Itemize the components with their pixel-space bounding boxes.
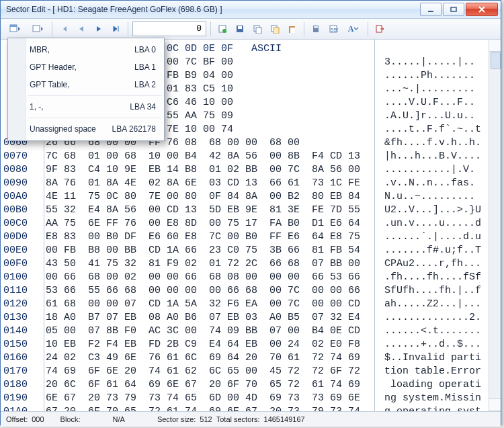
interpret-button[interactable]: 555 <box>326 22 341 36</box>
scroll-up-button[interactable] <box>489 40 501 52</box>
nav-forward-button[interactable] <box>91 22 106 36</box>
status-block-value: N/A <box>113 412 125 427</box>
svg-rect-12 <box>274 28 279 34</box>
menu-item-label: Unassigned space <box>30 120 96 138</box>
menu-item-lba: LBA 2 <box>134 76 156 93</box>
svg-rect-14 <box>290 28 295 33</box>
svg-rect-16 <box>314 26 318 28</box>
menu-item-gpt-table[interactable]: GPT Table, LBA 2 <box>8 76 164 93</box>
status-sector-size-value: 512 <box>200 412 212 427</box>
menu-item-unassigned[interactable]: Unassigned space LBA 262178 <box>8 120 164 138</box>
nav-first-button[interactable] <box>56 22 71 36</box>
calc-button[interactable] <box>308 22 323 36</box>
nav-back-button[interactable] <box>74 22 89 36</box>
copy-hex-button[interactable] <box>250 22 265 36</box>
menu-item-partition-1[interactable]: 1, -, LBA 34 <box>8 98 164 116</box>
menu-item-lba: LBA 34 <box>130 98 156 116</box>
menu-item-label: GPT Table, <box>30 76 70 93</box>
svg-rect-3 <box>10 25 17 27</box>
app-window: Sector Edit - [ HD1: Seagate FreeAgent G… <box>0 0 501 425</box>
svg-text:555: 555 <box>331 27 338 33</box>
offset-input[interactable]: 0 <box>132 22 206 36</box>
svg-rect-1 <box>451 7 456 11</box>
menu-item-lba: LBA 262178 <box>112 120 156 138</box>
svg-rect-4 <box>33 26 40 32</box>
close-button[interactable] <box>466 3 498 16</box>
svg-rect-8 <box>238 26 242 29</box>
svg-rect-0 <box>428 11 433 12</box>
status-block-label: Block: <box>60 412 81 427</box>
menu-item-lba: LBA 1 <box>134 58 156 76</box>
svg-point-6 <box>222 29 226 33</box>
svg-rect-10 <box>256 28 261 34</box>
menu-item-lba: LBA 0 <box>134 41 156 58</box>
save-button[interactable] <box>233 22 247 36</box>
copy-text-button[interactable] <box>267 22 282 36</box>
font-dropdown[interactable]: A <box>343 22 364 36</box>
menu-item-mbr[interactable]: MBR, LBA 0 <box>8 41 164 58</box>
view-dropdown[interactable] <box>5 22 25 36</box>
status-offset-label: Offset: <box>6 412 28 427</box>
status-total-sectors-value: 1465149167 <box>264 412 305 427</box>
status-bar: Offset: 000 Block: N/A Sector size: 512 … <box>1 411 501 427</box>
menu-item-label: GPT Header, <box>30 58 77 76</box>
window-title: Sector Edit - [ HD1: Seagate FreeAgent G… <box>6 5 419 14</box>
exit-button[interactable] <box>372 22 387 36</box>
menu-item-label: MBR, <box>30 41 50 58</box>
titlebar[interactable]: Sector Edit - [ HD1: Seagate FreeAgent G… <box>1 1 501 19</box>
menu-item-gpt-header[interactable]: GPT Header, LBA 1 <box>8 58 164 76</box>
toolbar: 0 555 A <box>1 19 501 40</box>
refresh-button[interactable] <box>215 22 230 36</box>
paste-button[interactable] <box>285 22 300 36</box>
status-offset-value: 000 <box>32 412 44 427</box>
maximize-button[interactable] <box>443 3 464 16</box>
status-total-sectors-label: Total sectors: <box>216 412 260 427</box>
menu-item-label: 1, -, <box>30 98 44 116</box>
scroll-thumb[interactable] <box>491 52 501 69</box>
status-sector-size-label: Sector size: <box>157 412 196 427</box>
vertical-scrollbar[interactable] <box>489 40 501 411</box>
history-dropdown[interactable] <box>28 22 48 36</box>
nav-last-button[interactable] <box>109 22 124 36</box>
minimize-button[interactable] <box>420 3 442 16</box>
scroll-down-button[interactable] <box>489 398 501 411</box>
navigate-menu: MBR, LBA 0 GPT Header, LBA 1 GPT Table, … <box>7 38 165 141</box>
